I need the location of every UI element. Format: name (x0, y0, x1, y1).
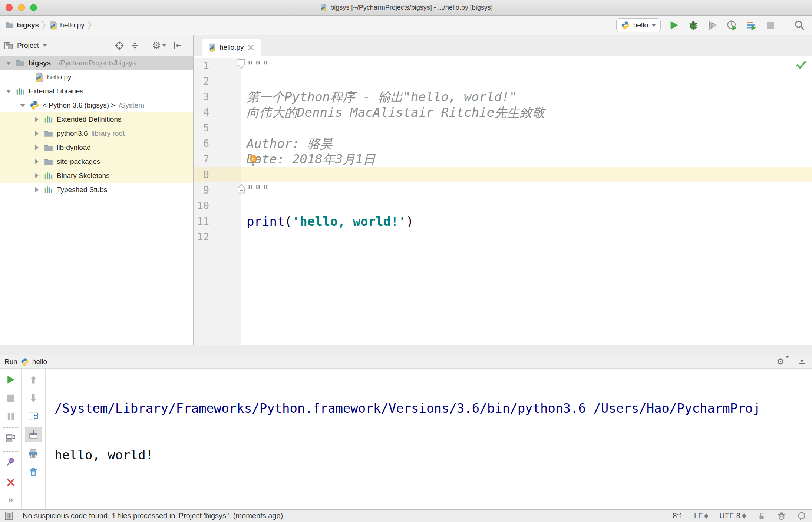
expand-toggle[interactable] (31, 131, 42, 136)
tree-item-binary-skeletons[interactable]: Binary Skeletons (0, 169, 193, 183)
line-number: 11 (194, 214, 241, 229)
toolbar-separator (3, 451, 19, 452)
encoding-select[interactable]: UTF-8 (719, 512, 746, 520)
status-message: No suspicious code found. 1 files proces… (23, 512, 283, 520)
panel-settings-button[interactable]: ⚙ (152, 40, 166, 50)
line-separator-select[interactable]: LF (694, 512, 708, 520)
fold-region-end-icon[interactable] (237, 184, 245, 195)
expand-toggle[interactable] (3, 62, 14, 65)
chevron-down-icon[interactable] (43, 44, 47, 47)
clear-console-button[interactable] (28, 466, 39, 477)
tree-item-extended-definitions[interactable]: Extended Definitions (0, 112, 193, 126)
tree-item-lib-dynload[interactable]: lib-dynload (0, 141, 193, 155)
next-occurrence-button (28, 393, 39, 403)
window-controls (6, 0, 37, 15)
code-line: Author: 骆昊 (241, 136, 812, 151)
expand-toggle[interactable] (3, 90, 14, 93)
expand-toggle[interactable] (31, 187, 42, 192)
toolbar-separator (785, 20, 785, 31)
fold-region-start-icon[interactable] (237, 59, 245, 70)
toggle-toolwindows-icon[interactable] (4, 511, 13, 521)
code-line: """ (241, 58, 812, 73)
chevron-down-icon (20, 104, 25, 107)
tree-item-bigsys[interactable]: bigsys ~/PycharmProjects/bigsys (0, 56, 193, 70)
tree-item-typeshed-stubs[interactable]: Typeshed Stubs (0, 183, 193, 197)
code-line (241, 198, 812, 214)
close-window-button[interactable] (6, 4, 13, 11)
tree-item-python-3-6[interactable]: < Python 3.6 (bigsys) > /System (0, 98, 193, 112)
caret-position[interactable]: 8:1 (673, 512, 683, 520)
locate-file-button[interactable] (115, 41, 124, 50)
concurrency-icon (746, 20, 757, 31)
console-output[interactable]: /System/Library/Frameworks/Python.framew… (46, 369, 812, 509)
line-number: 2 (194, 73, 241, 89)
close-run-panel-button[interactable] (6, 477, 16, 488)
line-number: 3 (194, 89, 241, 105)
hector-inspector-icon (777, 512, 786, 521)
python-file-icon (208, 43, 216, 52)
close-tab-icon[interactable]: × (247, 44, 255, 51)
breadcrumb-project[interactable]: bigsys (17, 21, 39, 29)
more-options-icon[interactable]: » (7, 494, 14, 505)
highlighting-level-button[interactable] (777, 512, 786, 521)
scroll-to-end-button[interactable] (25, 427, 42, 442)
rerun-button[interactable] (6, 374, 16, 385)
tree-item-external-libraries[interactable]: External Libraries (0, 84, 193, 98)
coverage-icon (707, 20, 718, 31)
code-line (241, 120, 812, 136)
collapse-all-button[interactable] (130, 41, 140, 50)
tree-item-python3-6-root[interactable]: python3.6 library root (0, 126, 193, 141)
debug-button[interactable] (687, 19, 699, 31)
python-file-icon (34, 72, 44, 82)
folder-icon (16, 58, 25, 68)
intention-bulb-icon[interactable] (248, 155, 258, 168)
run-panel-settings-button[interactable]: ⚙ (776, 357, 789, 366)
folder-icon (44, 157, 53, 166)
target-icon (115, 41, 124, 50)
expand-toggle[interactable] (31, 173, 42, 178)
line-number: 6 (194, 136, 241, 151)
tree-item-hello-py[interactable]: hello.py (0, 70, 193, 84)
run-configuration-select[interactable]: hello (616, 18, 661, 32)
project-panel-title[interactable]: Project (17, 42, 39, 50)
search-everywhere-button[interactable] (793, 19, 805, 31)
debug-bug-icon (688, 20, 699, 31)
project-panel-header: Project (0, 35, 193, 56)
concurrency-diagram-button[interactable] (745, 19, 757, 31)
code-editor[interactable]: 1""" 2 3第一个Python程序 - 输出"hello, world!" … (194, 56, 812, 345)
line-number: 7 (194, 151, 241, 167)
expand-toggle[interactable] (17, 104, 28, 107)
hide-panel-button[interactable] (172, 41, 182, 50)
expand-toggle[interactable] (31, 117, 42, 122)
tab-hello-py[interactable]: hello.py × (202, 39, 261, 56)
python-file-icon (49, 21, 57, 30)
minimize-window-button[interactable] (18, 4, 25, 11)
breadcrumb-file[interactable]: hello.py (60, 21, 85, 29)
run-with-coverage-button[interactable] (707, 19, 719, 31)
python-logo-icon (621, 21, 630, 30)
restore-layout-button[interactable] (6, 433, 16, 443)
line-number: 12 (194, 229, 241, 245)
editor-tab-bar: hello.py × (194, 35, 812, 56)
navigation-bar: bigsys hello.py hello (0, 16, 812, 35)
hide-run-panel-button[interactable] (798, 357, 806, 367)
readonly-toggle[interactable] (757, 512, 766, 521)
code-line: 第一个Python程序 - 输出"hello, world!" (241, 89, 812, 105)
expand-toggle[interactable] (31, 159, 42, 164)
tree-item-site-packages[interactable]: site-packages (0, 155, 193, 169)
pin-tab-button[interactable] (6, 457, 16, 467)
zoom-window-button[interactable] (30, 4, 37, 11)
run-button[interactable] (668, 19, 680, 31)
print-button[interactable] (28, 449, 39, 459)
expand-toggle[interactable] (31, 145, 42, 150)
inspection-ok-check-icon[interactable] (796, 59, 807, 71)
sort-arrows-icon (704, 513, 708, 519)
folder-icon (44, 129, 53, 138)
profile-button[interactable] (726, 19, 738, 31)
run-config-name: hello (32, 358, 47, 366)
soft-wrap-button[interactable] (28, 411, 39, 421)
status-bar: No suspicious code found. 1 files proces… (0, 509, 812, 522)
event-log-button[interactable] (797, 512, 806, 521)
pycharm-window: bigsys [~/PycharmProjects/bigsys] - .../… (0, 0, 812, 522)
stop-icon (765, 20, 776, 31)
